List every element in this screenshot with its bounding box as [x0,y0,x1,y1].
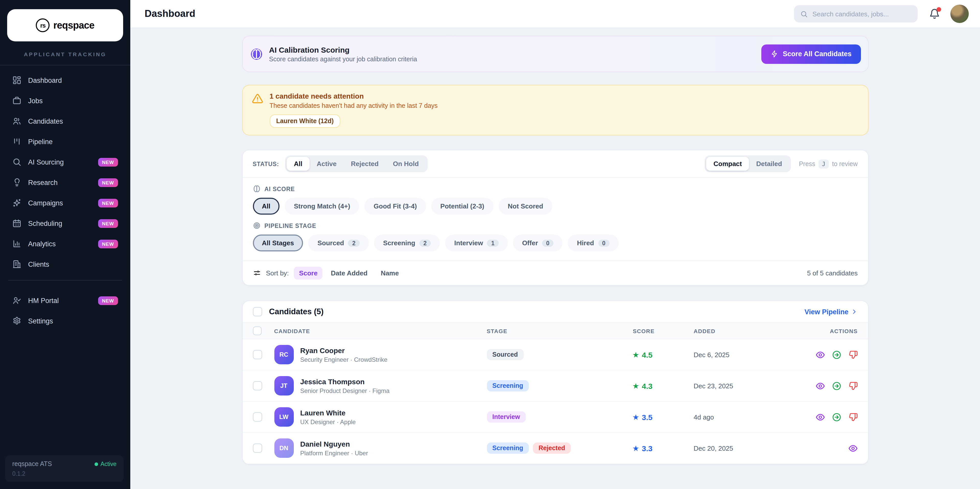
score-cell: ★3.3 [633,444,694,452]
sort-option-score[interactable]: Score [294,267,323,279]
view-candidate-button[interactable] [815,350,825,360]
status-option-all[interactable]: All [286,157,309,170]
score-all-candidates-button[interactable]: Score All Candidates [761,44,861,64]
sliders-icon [253,269,261,277]
stage-filter-all-stages[interactable]: All Stages [253,234,303,252]
thumbs-down-icon [848,350,858,360]
pill-label: All Stages [262,239,294,247]
ai-score-filter-label: AI SCORE [264,186,295,192]
candidate-cell: DNDaniel NguyenPlatform Engineer · Uber [274,438,487,458]
sidebar-item-hm-portal[interactable]: HM PortalNEW [6,291,124,310]
stage-filter-interview[interactable]: Interview1 [445,234,508,252]
stage-filter-sourced[interactable]: Sourced2 [309,234,369,252]
search-input[interactable] [812,10,912,18]
sidebar-item-scheduling[interactable]: SchedulingNEW [6,213,124,233]
row-checkbox[interactable] [253,443,262,453]
stage-filter-hired[interactable]: Hired0 [568,234,619,252]
row-checkbox[interactable] [253,381,262,390]
row-actions [787,350,858,360]
sidebar-item-dashboard[interactable]: Dashboard [6,70,124,90]
user-avatar[interactable] [950,5,969,23]
row-checkbox[interactable] [253,350,262,359]
calendar-icon [12,219,21,228]
status-filter-label: STATUS: [253,161,279,167]
sort-options: ScoreDate AddedName [294,267,404,279]
status-badge: Active [94,461,116,467]
thumbs-down-icon [848,381,858,391]
candidate-cell: RCRyan CooperSecurity Engineer · CrowdSt… [274,345,487,364]
score-cell: ★4.5 [633,350,694,359]
sidebar-item-ai-sourcing[interactable]: AI SourcingNEW [6,152,124,172]
candidate-row: RCRyan CooperSecurity Engineer · CrowdSt… [242,339,868,370]
notifications-button[interactable] [929,8,940,19]
sidebar-item-label: Jobs [28,97,118,105]
pill-label: Sourced [318,239,344,247]
sidebar-item-jobs[interactable]: Jobs [6,91,124,110]
advance-candidate-button[interactable] [832,381,841,391]
status-option-active[interactable]: Active [310,157,344,170]
pill-label: Potential (2-3) [441,202,484,210]
candidate-text: Daniel NguyenPlatform Engineer · Uber [300,440,368,457]
sort-option-date-added[interactable]: Date Added [326,267,373,279]
pill-label: Good Fit (3-4) [374,202,417,210]
reject-candidate-button[interactable] [848,381,858,391]
attention-candidate-chip[interactable]: Lauren White (12d) [269,115,340,128]
ai-score-filter-not-scored[interactable]: Not Scored [499,198,553,215]
sidebar-item-research[interactable]: ResearchNEW [6,173,124,192]
sidebar-item-analytics[interactable]: AnalyticsNEW [6,234,124,253]
eye-icon [848,443,858,453]
status-option-rejected[interactable]: Rejected [344,157,386,170]
sidebar-item-campaigns[interactable]: CampaignsNEW [6,193,124,213]
view-candidate-button[interactable] [848,443,858,453]
status-segmented-control: AllActiveRejectedOn Hold [285,155,427,172]
added-date: 4d ago [694,413,787,421]
sidebar-item-clients[interactable]: Clients [6,255,124,274]
stage-chip-interview: Interview [487,411,525,422]
advance-candidate-button[interactable] [832,412,841,422]
logo[interactable]: rs reqspace [7,9,123,41]
result-count: 5 of 5 candidates [807,269,858,277]
score-value: 4.3 [642,381,652,390]
ai-score-filter-strong-match-4-[interactable]: Strong Match (4+) [285,198,359,215]
advance-candidate-button[interactable] [832,350,841,360]
sidebar-item-label: Pipeline [28,138,118,145]
status-dot-icon [94,462,98,466]
stage-filter-offer[interactable]: Offer0 [513,234,563,252]
reject-candidate-button[interactable] [848,350,858,360]
ai-score-filter-all[interactable]: All [253,198,280,215]
ai-score-filter-good-fit-3-4-[interactable]: Good Fit (3-4) [364,198,426,215]
sort-option-name[interactable]: Name [375,267,404,279]
view-option-compact[interactable]: Compact [706,157,749,170]
table-body: RCRyan CooperSecurity Engineer · CrowdSt… [242,339,868,464]
stage-cell: ScreeningRejected [487,443,633,454]
row-checkbox[interactable] [253,413,262,422]
pill-label: Strong Match (4+) [294,202,350,210]
select-all-checkbox[interactable] [253,307,262,316]
stage-count-badge: 0 [542,239,554,247]
reject-candidate-button[interactable] [848,412,858,422]
ai-banner-subtitle: Score candidates against your job calibr… [269,56,761,62]
header-checkbox[interactable] [253,327,261,335]
view-candidate-button[interactable] [815,412,825,422]
attention-chips: Lauren White (12d) [269,115,438,128]
view-option-detailed[interactable]: Detailed [749,157,789,170]
candidate-avatar: DN [274,438,294,458]
sidebar-item-label: Scheduling [28,220,91,227]
sidebar-item-pipeline[interactable]: Pipeline [6,132,124,151]
search-icon [12,158,21,167]
view-candidate-button[interactable] [815,381,825,391]
table-header: CANDIDATE STAGE SCORE ADDED ACTIONS [242,322,868,339]
ai-score-filter-group: AllStrong Match (4+)Good Fit (3-4)Potent… [253,198,858,215]
sidebar-item-settings[interactable]: Settings [6,311,124,331]
status-option-on-hold[interactable]: On Hold [386,157,426,170]
main-area: Dashboard AI Calibration Scoring Score c… [130,0,980,489]
sidebar-item-label: Analytics [28,240,91,248]
user-check-icon [12,296,21,305]
view-pipeline-link[interactable]: View Pipeline [805,308,858,315]
kbd-key: J [818,159,829,168]
stage-filter-screening[interactable]: Screening2 [374,234,440,252]
building-icon [12,260,21,269]
ai-score-filter-potential-2-3-[interactable]: Potential (2-3) [431,198,493,215]
candidate-avatar: LW [274,407,294,427]
sidebar-item-candidates[interactable]: Candidates [6,111,124,131]
